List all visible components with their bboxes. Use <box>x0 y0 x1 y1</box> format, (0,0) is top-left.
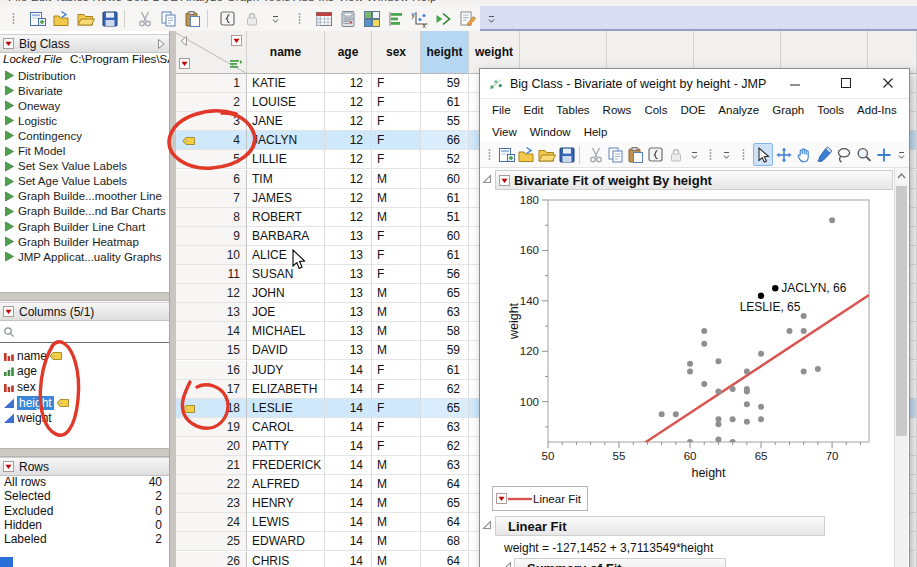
paste-icon[interactable] <box>182 8 203 29</box>
menu-tools[interactable]: Tools <box>815 103 846 117</box>
column-header-height[interactable]: height <box>421 31 469 74</box>
table-cell[interactable]: EDWARD <box>247 532 325 551</box>
table-cell[interactable]: F <box>372 418 421 437</box>
table-cell[interactable]: 12 <box>325 170 372 189</box>
open-add-icon[interactable] <box>518 144 536 165</box>
menu-help[interactable]: Help <box>582 125 610 139</box>
row-number-cell[interactable]: 4 <box>175 131 247 150</box>
table-cell[interactable]: M <box>372 456 421 475</box>
table-cell[interactable]: JANE <box>247 112 325 131</box>
script-item-logistic[interactable]: Logistic <box>0 113 169 128</box>
table-cell[interactable]: JAMES <box>247 189 325 208</box>
table-cell[interactable]: M <box>372 475 421 494</box>
table-cell[interactable]: 14 <box>325 494 372 513</box>
yx-plot-icon[interactable]: yx <box>409 8 430 29</box>
row-number-cell[interactable]: 20 <box>175 437 247 456</box>
script-item-bivariate[interactable]: Bivariate <box>0 83 169 98</box>
red-triangle-menu-icon[interactable] <box>179 58 190 69</box>
table-cell[interactable]: TIM <box>247 170 325 189</box>
table-cell[interactable]: F <box>372 361 421 380</box>
maximize-button[interactable] <box>830 69 862 97</box>
cursor-arrow-icon[interactable] <box>753 143 773 166</box>
table-cell[interactable]: M <box>372 303 421 322</box>
table-cell[interactable]: LESLIE <box>247 399 325 418</box>
table-cell[interactable]: JOHN <box>247 284 325 303</box>
table-cell[interactable]: M <box>372 170 421 189</box>
script-item-oneway[interactable]: Oneway <box>0 98 169 113</box>
scroll-up-button[interactable] <box>895 168 908 184</box>
table-cell[interactable]: DAVID <box>247 341 325 360</box>
table-cell[interactable]: M <box>372 189 421 208</box>
column-header-name[interactable]: name <box>247 31 325 74</box>
table-cell[interactable]: 64 <box>421 513 469 532</box>
report-title-band[interactable]: Bivariate Fit of weight By height <box>495 170 893 190</box>
table-cell[interactable]: M <box>372 532 421 551</box>
table-cell[interactable]: 14 <box>325 418 372 437</box>
open-folder-icon[interactable] <box>75 8 96 29</box>
table-cell[interactable]: F <box>372 399 421 418</box>
column-item-height[interactable]: height <box>0 395 169 411</box>
table-cell[interactable]: F <box>372 93 421 112</box>
column-item-age[interactable]: age <box>0 364 169 380</box>
calculator-icon[interactable] <box>337 8 358 29</box>
plus-crosshair-icon[interactable] <box>875 144 893 165</box>
table-corner-cell[interactable] <box>175 31 247 74</box>
save-icon[interactable] <box>99 8 120 29</box>
script-box-icon[interactable] <box>217 8 238 29</box>
table-cell[interactable]: LEWIS <box>247 513 325 532</box>
row-number-cell[interactable]: 16 <box>175 361 247 380</box>
menu-window[interactable]: Window <box>528 125 573 139</box>
overflow-icon[interactable] <box>895 144 909 165</box>
table-cell[interactable]: LOUISE <box>247 93 325 112</box>
red-triangle-menu-icon[interactable] <box>3 461 14 472</box>
move-cross-icon[interactable] <box>775 144 793 165</box>
table-cell[interactable]: 62 <box>421 437 469 456</box>
table-cell[interactable]: LILLIE <box>247 150 325 169</box>
table-cell[interactable]: 64 <box>421 552 469 567</box>
table-cell[interactable]: MICHAEL <box>247 322 325 341</box>
collapse-triangle-icon[interactable] <box>501 560 513 567</box>
red-triangle-menu-icon[interactable] <box>3 38 14 49</box>
join-arrows-icon[interactable] <box>433 8 454 29</box>
close-button[interactable] <box>872 69 904 97</box>
table-cell[interactable]: 60 <box>421 170 469 189</box>
table-cell[interactable]: 68 <box>421 532 469 551</box>
row-number-cell[interactable]: 1 <box>175 74 247 93</box>
table-cell[interactable]: 58 <box>421 322 469 341</box>
copy-icon[interactable] <box>158 8 179 29</box>
table-cell[interactable]: 56 <box>421 265 469 284</box>
paste-icon[interactable] <box>627 144 645 165</box>
row-number-cell[interactable]: 9 <box>175 227 247 246</box>
table-cell[interactable]: ROBERT <box>247 208 325 227</box>
script-item-jmp-applicat-uality-graphs[interactable]: JMP Applicat...uality Graphs <box>0 249 169 264</box>
table-cell[interactable]: PATTY <box>247 437 325 456</box>
table-cell[interactable]: CHRIS <box>247 552 325 567</box>
menu-rows[interactable]: Rows <box>601 103 634 117</box>
rows-panel-header[interactable]: Rows <box>0 457 169 476</box>
panel-splitter[interactable] <box>0 292 169 301</box>
table-cell[interactable]: KATIE <box>247 74 325 93</box>
table-cell[interactable]: 12 <box>325 189 372 208</box>
scatter-plot[interactable]: 5055606570100120140160180heightweightJAC… <box>505 192 897 484</box>
table-cell[interactable]: 14 <box>325 552 372 567</box>
table-cell[interactable]: 63 <box>421 456 469 475</box>
hand-icon[interactable] <box>795 144 813 165</box>
menu-analyze[interactable]: Analyze <box>716 103 761 117</box>
table-cell[interactable]: 14 <box>325 513 372 532</box>
save-icon[interactable] <box>558 144 576 165</box>
overflow-icon[interactable] <box>265 8 286 29</box>
table-cell[interactable]: 14 <box>325 456 372 475</box>
table-cell[interactable]: 60 <box>421 227 469 246</box>
table-cell[interactable]: 63 <box>421 303 469 322</box>
new-journal-icon[interactable] <box>27 8 48 29</box>
cut-icon[interactable] <box>587 144 605 165</box>
script-item-contingency[interactable]: Contingency <box>0 128 169 143</box>
row-number-cell[interactable]: 6 <box>175 170 247 189</box>
row-number-cell[interactable]: 17 <box>175 380 247 399</box>
table-cell[interactable]: 59 <box>421 341 469 360</box>
table-cell[interactable]: 52 <box>421 150 469 169</box>
overflow-icon[interactable] <box>720 144 734 165</box>
table-cell[interactable]: 61 <box>421 246 469 265</box>
script-item-graph-builder-heatmap[interactable]: Graph Builder Heatmap <box>0 234 169 249</box>
menu-doe[interactable]: DOE <box>678 103 707 117</box>
